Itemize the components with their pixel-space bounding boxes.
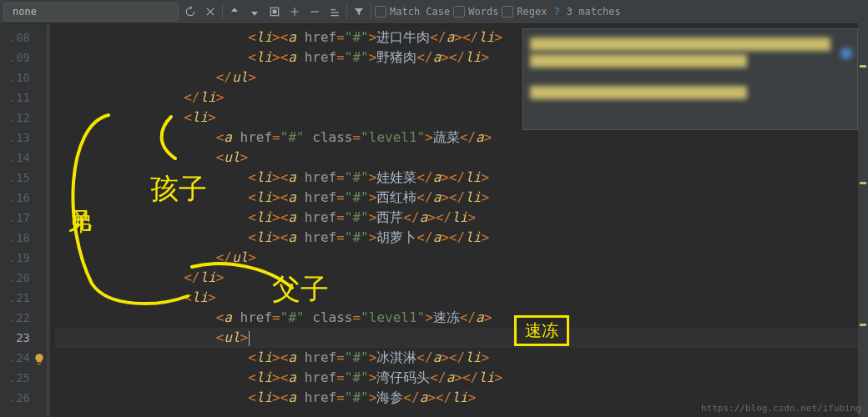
code-line[interactable]: <ul> <box>55 328 868 348</box>
intention-bulb-icon[interactable] <box>33 353 46 366</box>
preview-pane <box>522 28 858 130</box>
exclude-button[interactable] <box>326 3 343 20</box>
line-number: .15 <box>0 168 35 188</box>
line-number: .09 <box>0 48 35 68</box>
line-number: .11 <box>0 88 35 108</box>
code-line[interactable]: </li> <box>55 268 868 288</box>
line-number: .08 <box>0 28 35 48</box>
code-line[interactable]: <li> <box>55 288 868 308</box>
code-line[interactable]: <a href="#" class="level1">速冻</a> <box>55 308 868 328</box>
code-line[interactable]: <li><a href="#">西红柿</a></li> <box>55 188 868 208</box>
search-input[interactable] <box>11 5 139 18</box>
line-number: .25 <box>0 368 35 388</box>
code-line[interactable]: <li><a href="#">胡萝卜</a></li> <box>55 228 868 248</box>
line-number: .10 <box>0 68 35 88</box>
add-selection-button[interactable] <box>286 3 303 20</box>
search-box[interactable] <box>3 3 179 21</box>
line-number: .26 <box>0 388 35 408</box>
history-button[interactable] <box>182 3 199 20</box>
line-number: .22 <box>0 308 35 328</box>
line-number: 23 <box>0 328 35 348</box>
match-count: 3 matches <box>567 6 621 18</box>
line-number: .14 <box>0 148 35 168</box>
regex-checkbox[interactable]: Regex <box>502 6 547 18</box>
line-number: .21 <box>0 288 35 308</box>
fold-column <box>35 24 48 417</box>
line-number: .12 <box>0 108 35 128</box>
line-number: .13 <box>0 128 35 148</box>
code-line[interactable]: <a href="#" class="level1">蔬菜</a> <box>55 128 868 148</box>
prev-match-button[interactable] <box>226 3 243 20</box>
code-line[interactable]: <li><a href="#">湾仔码头</a></li> <box>55 368 868 388</box>
code-line[interactable]: <li><a href="#">西芹</a></li> <box>55 208 868 228</box>
next-match-button[interactable] <box>246 3 263 20</box>
help-link[interactable]: ? <box>554 6 560 18</box>
code-line[interactable]: </ul> <box>55 248 868 268</box>
select-all-button[interactable] <box>266 3 283 20</box>
close-search-button[interactable] <box>202 3 219 20</box>
line-number: .18 <box>0 228 35 248</box>
svg-rect-3 <box>273 10 277 14</box>
gutter: .08.09.10.11.12.13.14.15.16.17.18.19.20.… <box>0 24 35 417</box>
code-line[interactable]: <ul> <box>55 148 868 168</box>
filter-button[interactable] <box>351 3 367 20</box>
line-number: .24 <box>0 348 35 368</box>
marker-bar <box>858 23 868 417</box>
code-line[interactable]: <li><a href="#">娃娃菜</a></li> <box>55 168 868 188</box>
words-checkbox[interactable]: Words <box>453 6 498 18</box>
line-number: .17 <box>0 208 35 228</box>
line-number: .20 <box>0 268 35 288</box>
watermark: https://blog.csdn.net/ifubing <box>701 403 861 414</box>
find-toolbar: Match Case Words Regex ? 3 matches <box>0 0 868 24</box>
code-line[interactable]: <li><a href="#">冰淇淋</a></li> <box>55 348 868 368</box>
line-number: .16 <box>0 188 35 208</box>
tooltip-badge: 速冻 <box>514 315 569 346</box>
remove-selection-button[interactable] <box>306 3 323 20</box>
match-case-checkbox[interactable]: Match Case <box>375 6 450 18</box>
line-number: .19 <box>0 248 35 268</box>
